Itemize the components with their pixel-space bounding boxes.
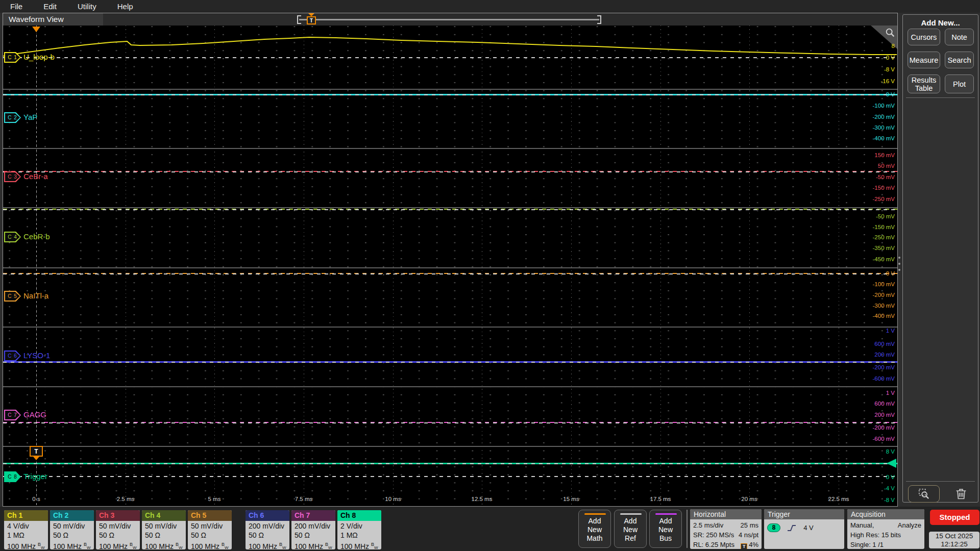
ch6-badge[interactable]: Ch 6200 mV/div50 Ω100 MHz BW: [246, 510, 289, 549]
tab-strip: Waveform View T: [3, 13, 897, 26]
c7-channel-tag[interactable]: C 7: [4, 410, 21, 420]
zoom-select-button[interactable]: [908, 485, 940, 503]
ch6-badge-title: Ch 6: [246, 510, 289, 521]
c6-channel-name[interactable]: LYSO-1: [23, 350, 50, 361]
bandwidth-value: 100 MHz: [7, 542, 36, 549]
ch4-badge[interactable]: Ch 450 mV/div50 Ω100 MHz BW: [142, 510, 186, 549]
horizontal-panel-title: Horizontal: [690, 509, 762, 519]
c3-axis-label: 150 mV: [874, 152, 895, 159]
c2-channel-name[interactable]: YaP: [23, 112, 37, 122]
record-overview-bar[interactable]: [299, 19, 599, 20]
c1-channel-tag[interactable]: C 1: [4, 52, 21, 63]
waveform-view-window: Waveform View T T 80 V-8 V-16 VC 1U_loop…: [3, 13, 898, 507]
menu-file[interactable]: File: [10, 2, 22, 11]
c3-channel-tag[interactable]: C 3: [4, 171, 21, 182]
add-button-label: AddNewMath: [579, 517, 610, 543]
add-button-label: AddNewRef: [615, 517, 646, 543]
time-tick-label: 22.5 ms: [821, 496, 856, 502]
waveform-plot-area[interactable]: T 80 V-8 V-16 VC 1U_loop-b0 V-100 mV-200…: [3, 26, 897, 506]
ch3-badge[interactable]: Ch 350 mV/div50 Ω100 MHz BW: [96, 510, 140, 549]
trigger-source-badge: 8: [767, 523, 780, 532]
bw-limit-icon-w: W: [87, 545, 91, 549]
ch7-badge-title: Ch 7: [291, 510, 335, 521]
c4-axis-label: -150 mV: [873, 223, 895, 231]
ch2-badge[interactable]: Ch 250 mV/div50 Ω100 MHz BW: [50, 510, 94, 549]
oscilloscope-screen: { "menu_bar": { "items": [ {"label":"Fil…: [0, 0, 980, 551]
time-tick-label: 0 s: [18, 496, 54, 502]
add-new-measure[interactable]: Measure: [908, 52, 940, 68]
bandwidth-value: 100 MHz: [249, 542, 277, 549]
add-new-panel: Add New... CursorsNoteMeasureSearchResul…: [902, 14, 978, 503]
menu-utility[interactable]: Utility: [78, 2, 96, 11]
add-new-plot[interactable]: Plot: [945, 74, 974, 93]
add-new-note[interactable]: Note: [945, 29, 974, 45]
c8-channel-tag[interactable]: C 8: [4, 471, 21, 482]
trash-button[interactable]: [951, 485, 971, 503]
horizontal-settings-panel[interactable]: Horizontal 2.5 ms/div 25 ms SR: 250 MS/s…: [690, 509, 762, 549]
c5-axis-label: -400 mV: [873, 312, 895, 319]
acquisition-analyze: Analyze: [898, 520, 921, 530]
add-button-label: AddNewBus: [650, 517, 681, 543]
trigger-position-percent: T4%: [741, 540, 758, 549]
c8-axis-label: 8 V: [886, 448, 895, 455]
ch5-badge[interactable]: Ch 550 mV/div50 Ω100 MHz BW: [188, 510, 232, 549]
bandwidth-value: 100 MHz: [295, 542, 323, 549]
c8-channel-name[interactable]: Trigger: [23, 471, 47, 482]
menu-edit[interactable]: Edit: [43, 2, 57, 11]
ch4-badge-settings: 50 mV/div50 Ω100 MHz BW: [142, 521, 186, 549]
c4-channel-tag[interactable]: C 4: [4, 232, 21, 242]
time-tick-label: 2.5 ms: [108, 496, 143, 502]
time-tick-label: 15 ms: [553, 496, 589, 502]
add-new-results-table[interactable]: Results Table: [908, 74, 940, 93]
c4-channel-name[interactable]: CebR-b: [23, 231, 50, 242]
ch8-badge[interactable]: Ch 82 V/div1 MΩ100 MHz BW: [337, 510, 381, 549]
trigger-source-marker-point-icon: [33, 457, 39, 460]
bandwidth: 100 MHz BW: [145, 540, 186, 549]
c5-channel-name[interactable]: NaITl-a: [23, 290, 48, 301]
ch7-badge[interactable]: Ch 7200 mV/div50 Ω100 MHz BW: [291, 510, 335, 549]
trigger-panel-title: Trigger: [764, 509, 844, 519]
overview-right-bracket[interactable]: [597, 15, 601, 24]
c7-axis-label: -200 mV: [873, 424, 895, 431]
menu-help[interactable]: Help: [117, 2, 133, 11]
vertical-scale: 50 mV/div: [191, 521, 232, 531]
ch3-badge-title: Ch 3: [96, 510, 140, 521]
c1-channel-name[interactable]: U_loop-b: [23, 52, 55, 62]
acquisition-settings-panel[interactable]: Acquisition Manual, Analyze High Res: 15…: [847, 509, 924, 549]
trigger-position-caret-icon[interactable]: [32, 27, 40, 32]
rising-edge-icon: [787, 523, 797, 533]
c7-axis-label: -600 mV: [873, 435, 895, 442]
overview-trigger-marker[interactable]: T: [307, 16, 316, 24]
acquisition-panel-title: Acquisition: [847, 509, 924, 519]
input-impedance: 50 Ω: [53, 531, 94, 540]
ch1-badge[interactable]: Ch 14 V/div1 MΩ100 MHz BW: [4, 510, 48, 549]
add-new-ref-button[interactable]: AddNewRef: [614, 510, 647, 548]
c6-channel-tag[interactable]: C 6: [4, 350, 21, 361]
c4-axis-label: -450 mV: [873, 256, 895, 263]
c7-channel-name[interactable]: GAGG: [23, 409, 46, 420]
add-new-search[interactable]: Search: [945, 52, 974, 68]
panel-splitter-handle[interactable]: [898, 257, 900, 259]
sample-rate: SR: 250 MS/s: [693, 530, 734, 540]
c3-channel-name[interactable]: CeBr-a: [23, 171, 48, 182]
c1-axis-label: -8 V: [884, 66, 895, 73]
acquisition-resolution: High Res: 15 bits: [850, 530, 921, 540]
bottom-status-bar: Horizontal 2.5 ms/div 25 ms SR: 250 MS/s…: [0, 507, 980, 551]
c3-axis-label: -250 mV: [873, 195, 895, 203]
tab-waveform-view[interactable]: Waveform View: [3, 13, 103, 26]
c4-axis-label: -250 mV: [873, 234, 895, 241]
bandwidth: 100 MHz BW: [295, 540, 335, 549]
overview-left-bracket[interactable]: [297, 15, 301, 24]
trigger-source-marker[interactable]: T: [30, 446, 43, 457]
c2-channel-tag[interactable]: C 2: [4, 112, 21, 123]
c5-channel-tag[interactable]: C 5: [4, 291, 21, 302]
add-new-math-button[interactable]: AddNewMath: [578, 510, 611, 548]
add-new-cursors[interactable]: Cursors: [908, 29, 940, 45]
add-new-bus-button[interactable]: AddNewBus: [649, 510, 682, 548]
trigger-level-arrow-icon[interactable]: [887, 459, 896, 468]
ch3-badge-settings: 50 mV/div50 Ω100 MHz BW: [96, 521, 140, 549]
trigger-settings-panel[interactable]: Trigger 8 4 V: [764, 509, 844, 549]
run-state-button[interactable]: Stopped: [930, 510, 979, 525]
trash-icon: [954, 487, 968, 501]
trigger-t-icon: T: [741, 543, 747, 549]
